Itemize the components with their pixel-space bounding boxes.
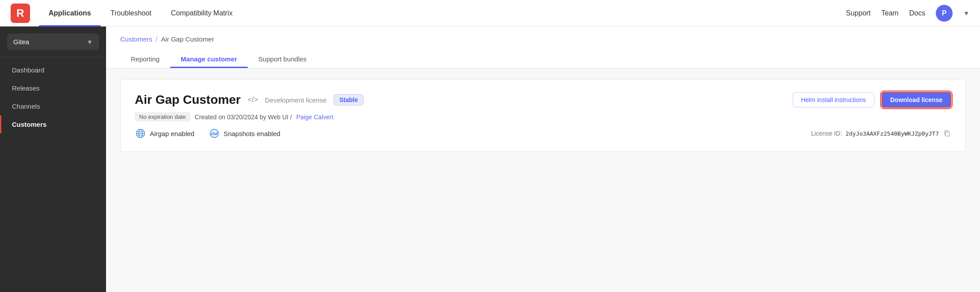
main-layout: Gitea ▼ Dashboard Releases Channels Cust… (0, 27, 980, 292)
license-code-icon: </> (248, 96, 258, 104)
app-selector-dropdown[interactable]: Gitea ▼ (7, 34, 99, 50)
created-text: Created on 03/20/2024 by Web UI / (195, 114, 292, 121)
tab-reporting[interactable]: Reporting (120, 50, 170, 68)
license-id-value: 2dyJo3AAXFz2540ByWKJZp0yJT7 (846, 130, 939, 137)
nav-team[interactable]: Team (881, 9, 899, 17)
svg-rect-6 (946, 132, 950, 136)
user-avatar-button[interactable]: P (936, 5, 953, 22)
top-navigation: R Applications Troubleshoot Compatibilit… (0, 0, 980, 27)
breadcrumb-current: Air Gap Customer (161, 35, 214, 43)
card-header-row: Air Gap Customer </> Development license… (135, 92, 951, 108)
nav-links: Applications Troubleshoot Compatibility … (39, 0, 846, 27)
customer-card: Air Gap Customer </> Development license… (120, 79, 966, 152)
card-features-row: Airgap enabled Snapshots enabled (135, 128, 951, 139)
nav-applications[interactable]: Applications (39, 0, 101, 27)
helm-install-button[interactable]: Helm install instructions (793, 92, 874, 107)
feature-airgap: Airgap enabled (135, 128, 194, 139)
nav-troubleshoot[interactable]: Troubleshoot (101, 0, 161, 27)
tab-manage-customer[interactable]: Manage customer (170, 50, 248, 68)
nav-compatibility-matrix[interactable]: Compatibility Matrix (161, 0, 243, 27)
main-content: Customers / Air Gap Customer Reporting M… (106, 27, 980, 292)
customer-name: Air Gap Customer (135, 93, 241, 107)
copy-license-id-button[interactable] (942, 129, 951, 138)
card-meta-row: No expiration date Created on 03/20/2024… (135, 112, 951, 121)
airgap-icon (135, 128, 146, 139)
sidebar-item-customers[interactable]: Customers (0, 115, 106, 133)
no-expiry-badge: No expiration date (135, 112, 190, 121)
app-selector-label: Gitea (13, 38, 29, 46)
snapshots-icon (209, 128, 220, 139)
breadcrumb-tabs-area: Customers / Air Gap Customer Reporting M… (106, 27, 980, 68)
app-selector-chevron: ▼ (87, 38, 93, 46)
airgap-label: Airgap enabled (150, 130, 194, 137)
nav-docs[interactable]: Docs (909, 9, 925, 17)
feature-snapshots: Snapshots enabled (209, 128, 280, 139)
sidebar-item-releases[interactable]: Releases (0, 79, 106, 97)
snapshots-label: Snapshots enabled (224, 130, 280, 137)
breadcrumb-separator: / (156, 36, 158, 43)
sidebar-item-dashboard[interactable]: Dashboard (0, 61, 106, 79)
breadcrumb-parent[interactable]: Customers (120, 35, 152, 43)
license-id-label: License ID: (811, 130, 842, 137)
download-license-button[interactable]: Download license (881, 92, 951, 108)
nav-right-area: Support Team Docs P ▼ (846, 5, 969, 22)
sidebar-divider (0, 57, 106, 57)
content-tabs: Reporting Manage customer Support bundle… (120, 50, 966, 68)
user-menu-chevron[interactable]: ▼ (963, 10, 969, 17)
nav-support[interactable]: Support (846, 9, 871, 17)
tab-support-bundles[interactable]: Support bundles (248, 50, 317, 68)
license-id-area: License ID: 2dyJo3AAXFz2540ByWKJZp0yJT7 (811, 129, 951, 138)
card-area: Air Gap Customer </> Development license… (106, 68, 980, 163)
creator-link[interactable]: Paige Calvert (296, 114, 334, 121)
sidebar-item-channels[interactable]: Channels (0, 97, 106, 115)
brand-logo[interactable]: R (11, 4, 30, 23)
stability-badge: Stable (334, 94, 364, 106)
sidebar: Gitea ▼ Dashboard Releases Channels Cust… (0, 27, 106, 292)
license-type-label: Development license (265, 96, 327, 104)
breadcrumb: Customers / Air Gap Customer (120, 35, 966, 43)
